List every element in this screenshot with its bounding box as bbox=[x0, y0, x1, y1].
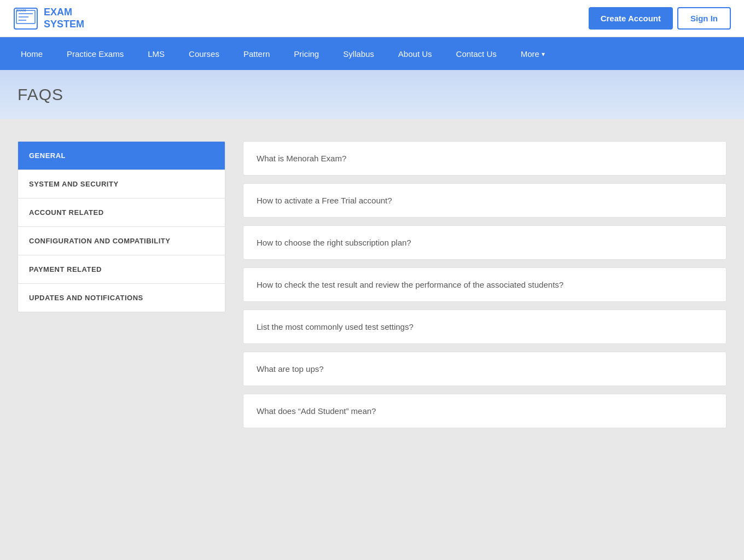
header: EXAM EXAM SYSTEM Create Account Sign In bbox=[0, 0, 744, 37]
main-content: GENERAL SYSTEM AND SECURITY ACCOUNT RELA… bbox=[0, 119, 744, 450]
faq-item-4[interactable]: How to check the test result and review … bbox=[243, 267, 726, 302]
logo-icon: EXAM bbox=[13, 6, 38, 31]
nav-item-home[interactable]: Home bbox=[9, 37, 55, 70]
sidebar-item-system-security[interactable]: SYSTEM AND SECURITY bbox=[18, 170, 225, 199]
sidebar-item-config-compat[interactable]: CONFIGURATION AND COMPATIBILITY bbox=[18, 227, 225, 255]
faq-item-3[interactable]: How to choose the right subscription pla… bbox=[243, 225, 726, 260]
logo-system-text: SYSTEM bbox=[44, 19, 84, 31]
page-title-area: FAQS bbox=[0, 70, 744, 119]
nav-item-syllabus[interactable]: Syllabus bbox=[331, 37, 386, 70]
nav-item-courses[interactable]: Courses bbox=[177, 37, 231, 70]
nav-item-contact-us[interactable]: Contact Us bbox=[444, 37, 509, 70]
faq-item-7[interactable]: What does “Add Student” mean? bbox=[243, 394, 726, 428]
faq-item-2[interactable]: How to activate a Free Trial account? bbox=[243, 183, 726, 218]
chevron-down-icon: ▾ bbox=[542, 50, 545, 58]
nav-item-more[interactable]: More ▾ bbox=[509, 37, 557, 70]
sidebar-item-payment-related[interactable]: PAYMENT RELATED bbox=[18, 255, 225, 284]
sidebar-item-general[interactable]: GENERAL bbox=[18, 142, 225, 170]
logo-text: EXAM SYSTEM bbox=[44, 7, 84, 30]
svg-text:EXAM: EXAM bbox=[16, 9, 26, 12]
header-buttons: Create Account Sign In bbox=[589, 7, 731, 30]
faq-item-6[interactable]: What are top ups? bbox=[243, 352, 726, 386]
sign-in-button[interactable]: Sign In bbox=[677, 7, 731, 30]
faq-list: What is Menorah Exam? How to activate a … bbox=[243, 141, 726, 428]
faq-item-1[interactable]: What is Menorah Exam? bbox=[243, 141, 726, 176]
create-account-button[interactable]: Create Account bbox=[589, 7, 673, 30]
logo-exam-text: EXAM bbox=[44, 7, 84, 19]
nav-item-pricing[interactable]: Pricing bbox=[282, 37, 331, 70]
faq-sidebar: GENERAL SYSTEM AND SECURITY ACCOUNT RELA… bbox=[18, 141, 225, 312]
nav-item-about-us[interactable]: About Us bbox=[386, 37, 444, 70]
nav-item-pattern[interactable]: Pattern bbox=[231, 37, 282, 70]
nav-item-practice-exams[interactable]: Practice Exams bbox=[55, 37, 136, 70]
logo-area[interactable]: EXAM EXAM SYSTEM bbox=[13, 6, 84, 31]
faq-item-5[interactable]: List the most commonly used test setting… bbox=[243, 310, 726, 344]
nav-item-lms[interactable]: LMS bbox=[136, 37, 177, 70]
sidebar-item-updates-notifications[interactable]: UPDATES AND NOTIFICATIONS bbox=[18, 284, 225, 312]
navbar: Home Practice Exams LMS Courses Pattern … bbox=[0, 37, 744, 70]
sidebar-item-account-related[interactable]: ACCOUNT RELATED bbox=[18, 199, 225, 227]
page-title: FAQS bbox=[18, 85, 726, 104]
